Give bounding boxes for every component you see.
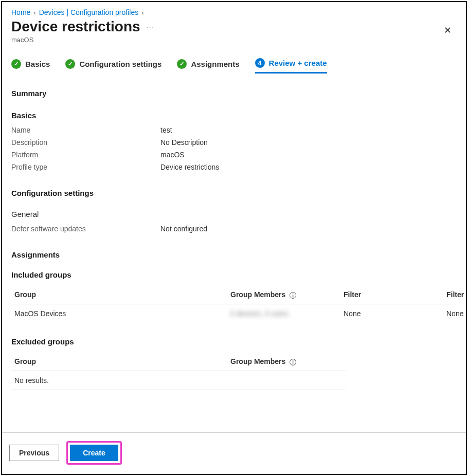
row-profile-type: Profile type Device restrictions <box>11 163 457 171</box>
col-filter2: Filter <box>446 290 467 299</box>
cell-members: 0 devices, 0 users <box>230 309 289 318</box>
page-title: Device restrictions <box>11 19 140 35</box>
section-assignments: Assignments <box>11 250 457 259</box>
label: Platform <box>11 151 160 159</box>
tab-label: Basics <box>25 60 50 68</box>
included-groups-table: Group Group Members i Filter Filter MacO… <box>11 285 457 323</box>
checkmark-icon <box>65 59 75 69</box>
table-header: Group Group Members i <box>11 352 346 371</box>
col-filter: Filter <box>344 290 446 299</box>
tab-basics[interactable]: Basics <box>11 58 50 74</box>
label: Profile type <box>11 163 160 171</box>
value: Not configured <box>160 225 207 233</box>
value: No Description <box>160 138 208 147</box>
row-defer-updates: Defer software updates Not configured <box>11 225 457 233</box>
tab-label: Assignments <box>191 60 239 68</box>
info-icon[interactable]: i <box>290 359 296 365</box>
breadcrumb-devices[interactable]: Devices | Configuration profiles <box>39 8 139 16</box>
cell-group: MacOS Devices <box>14 309 230 318</box>
close-icon: ✕ <box>444 25 452 35</box>
row-name: Name test <box>11 126 457 134</box>
col-group: Group <box>14 357 230 365</box>
col-members: Group Members i <box>230 290 344 299</box>
section-excluded-groups: Excluded groups <box>11 337 457 346</box>
section-summary: Summary <box>11 89 457 98</box>
chevron-right-icon: › <box>141 9 143 16</box>
checkmark-icon <box>11 59 21 69</box>
tab-label: Review + create <box>269 59 327 67</box>
tab-review-create[interactable]: 4 Review + create <box>255 58 327 74</box>
label: Description <box>11 138 160 147</box>
close-button[interactable]: ✕ <box>439 22 457 39</box>
cell-noresults: No results. <box>14 376 230 385</box>
step-number-icon: 4 <box>255 58 265 68</box>
more-actions-icon[interactable]: ··· <box>147 23 155 31</box>
col-members: Group Members i <box>230 357 354 365</box>
row-platform: Platform macOS <box>11 151 457 159</box>
label: Defer software updates <box>11 225 160 233</box>
create-button[interactable]: Create <box>70 445 118 461</box>
info-icon[interactable]: i <box>290 292 296 299</box>
cell-filter: None <box>344 309 446 318</box>
section-included-groups: Included groups <box>11 270 457 279</box>
col-group: Group <box>14 290 230 299</box>
previous-button[interactable]: Previous <box>9 445 59 461</box>
value: Device restrictions <box>160 163 219 171</box>
tab-assignments[interactable]: Assignments <box>177 58 239 74</box>
chevron-right-icon: › <box>33 9 35 16</box>
breadcrumb: Home › Devices | Configuration profiles … <box>2 2 466 16</box>
checkmark-icon <box>177 59 187 69</box>
tab-configuration[interactable]: Configuration settings <box>65 58 161 74</box>
value: test <box>160 126 172 134</box>
row-description: Description No Description <box>11 138 457 147</box>
cell-filter2: None <box>446 309 467 318</box>
table-header: Group Group Members i Filter Filter <box>11 285 457 304</box>
section-general: General <box>11 210 457 218</box>
create-button-highlight: Create <box>66 441 122 465</box>
tab-label: Configuration settings <box>79 60 161 68</box>
excluded-groups-table: Group Group Members i No results. <box>11 352 346 390</box>
page-subtitle: macOS <box>11 36 154 44</box>
table-row: MacOS Devices 0 devices, 0 users None No… <box>11 304 457 323</box>
breadcrumb-home[interactable]: Home <box>11 8 30 16</box>
table-row-empty: No results. <box>11 371 346 390</box>
section-basics: Basics <box>11 111 457 120</box>
wizard-tabs: Basics Configuration settings Assignment… <box>2 44 466 74</box>
label: Name <box>11 126 160 134</box>
section-configuration-settings: Configuration settings <box>11 189 457 197</box>
value: macOS <box>160 151 185 159</box>
footer-actions: Previous Create <box>2 432 466 474</box>
